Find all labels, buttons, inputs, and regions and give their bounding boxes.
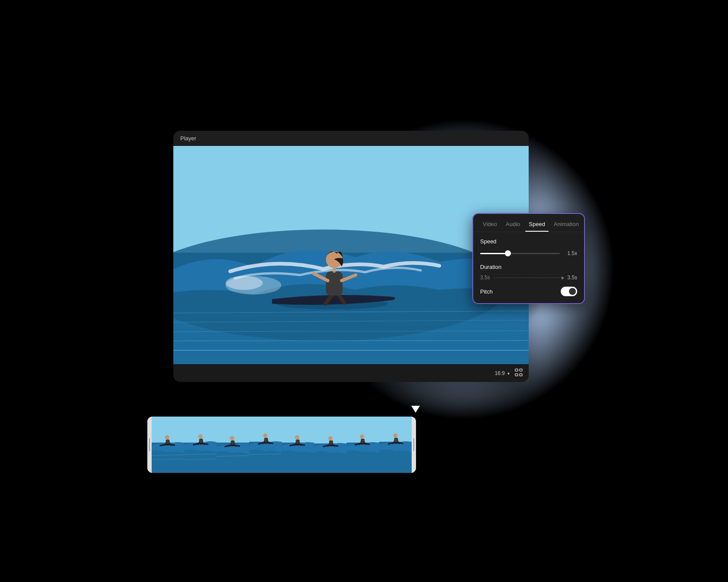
- speed-label: Speed: [480, 238, 577, 245]
- fullscreen-icon: [515, 369, 523, 376]
- duration-arrow: [494, 278, 564, 278]
- svg-rect-18: [515, 369, 518, 371]
- aspect-ratio-button[interactable]: 16:9 ▾: [495, 370, 510, 376]
- pitch-section: Pitch: [473, 287, 584, 296]
- svg-rect-21: [520, 374, 522, 376]
- tab-video[interactable]: Video: [479, 219, 500, 232]
- speed-slider-row: 1.5x: [480, 249, 577, 258]
- list-item: [152, 417, 184, 473]
- svg-point-60: [328, 436, 333, 440]
- svg-point-48: [263, 433, 268, 438]
- list-item: [249, 417, 282, 473]
- list-item: [217, 417, 249, 473]
- speed-slider-thumb[interactable]: [505, 250, 511, 256]
- chevron-down-icon: ▾: [507, 371, 510, 376]
- svg-point-34: [198, 434, 203, 439]
- tab-animation[interactable]: Animation: [550, 219, 582, 232]
- tab-speed[interactable]: Speed: [525, 219, 549, 232]
- svg-point-17: [225, 276, 263, 290]
- timeline-connector: [415, 406, 416, 419]
- list-item: [282, 417, 314, 473]
- svg-point-54: [295, 435, 299, 440]
- svg-point-41: [230, 436, 234, 440]
- fullscreen-button[interactable]: [515, 369, 523, 378]
- player-bottom-bar: 16:9 ▾: [173, 365, 529, 382]
- svg-rect-6: [326, 272, 343, 296]
- speed-panel: Video Audio Speed Animation Speed: [472, 213, 585, 304]
- player-header: Player: [173, 131, 529, 146]
- tab-audio[interactable]: Audio: [502, 219, 523, 232]
- duration-start: 3.5s: [480, 275, 490, 281]
- player-title: Player: [180, 135, 196, 142]
- aspect-ratio-label: 16:9: [495, 370, 505, 376]
- toggle-knob: [569, 288, 576, 295]
- pitch-label: Pitch: [480, 288, 493, 295]
- list-item: [314, 417, 347, 473]
- connector-triangle: [411, 406, 420, 413]
- handle-line-right: [413, 438, 414, 451]
- thumbnail-frames: [152, 417, 412, 473]
- scene-wrapper: Player: [147, 96, 581, 486]
- svg-rect-20: [515, 374, 518, 376]
- speed-slider[interactable]: [480, 249, 560, 258]
- duration-end: 3.5s: [567, 275, 577, 281]
- duration-section: Duration 3.5s 3.5s: [473, 264, 584, 281]
- speed-value: 1.5x: [563, 250, 577, 256]
- strip-handle-left[interactable]: [147, 417, 152, 473]
- svg-point-72: [393, 433, 398, 438]
- list-item: [347, 417, 379, 473]
- panel-tabs: Video Audio Speed Animation: [473, 214, 584, 232]
- speed-section: Speed 1.5x: [473, 238, 584, 258]
- list-item: [184, 417, 217, 473]
- svg-point-26: [165, 435, 169, 440]
- svg-rect-19: [520, 369, 522, 371]
- pitch-toggle[interactable]: [561, 287, 577, 296]
- strip-handle-right[interactable]: [412, 417, 416, 473]
- handle-line-left: [149, 438, 150, 451]
- speed-slider-fill: [480, 253, 508, 254]
- thumbnail-strip: [147, 417, 416, 473]
- list-item: [379, 417, 412, 473]
- duration-label: Duration: [480, 264, 577, 270]
- svg-point-66: [360, 434, 364, 439]
- speed-slider-track: [480, 253, 560, 254]
- duration-row: 3.5s 3.5s: [480, 275, 577, 281]
